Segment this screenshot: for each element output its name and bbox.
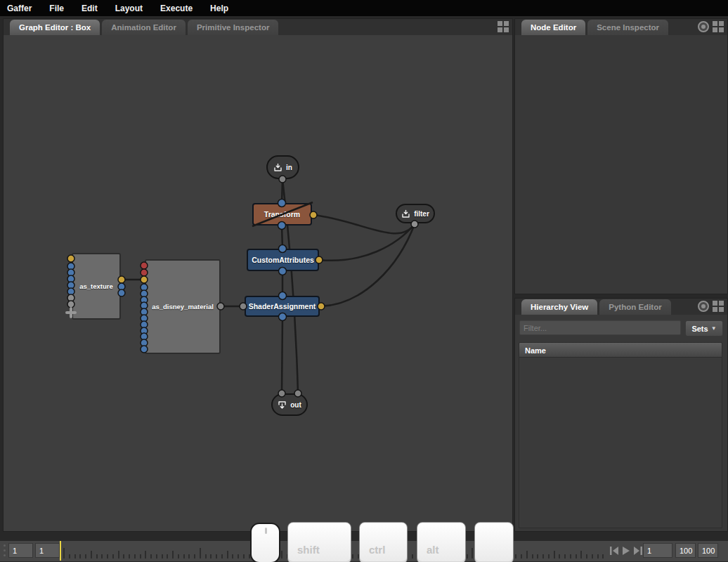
graph-editor-panel: Graph Editor : Box Animation Editor Prim… bbox=[3, 18, 513, 532]
node-custom-attributes[interactable]: CustomAttributes bbox=[247, 249, 319, 271]
node-editor-panel: Node Editor Scene Inspector bbox=[514, 18, 728, 294]
mouse-overlay-icon bbox=[250, 523, 280, 562]
tab-animation-editor[interactable]: Animation Editor bbox=[102, 20, 186, 35]
timeline-grip-handle[interactable] bbox=[4, 544, 6, 556]
skip-to-start-icon[interactable] bbox=[610, 547, 618, 555]
key-label: shift bbox=[297, 544, 320, 556]
edge-filter-shaderassignment[interactable] bbox=[321, 224, 415, 306]
node-label: CustomAttributes bbox=[252, 256, 314, 264]
tab-python-editor[interactable]: Python Editor bbox=[599, 299, 670, 315]
node-shader-assignment[interactable]: ShaderAssignment bbox=[245, 296, 320, 317]
playhead-marker[interactable] bbox=[60, 541, 61, 561]
node-editor-content bbox=[515, 35, 727, 294]
menu-edit[interactable]: Edit bbox=[82, 4, 98, 13]
tab-scene-inspector[interactable]: Scene Inspector bbox=[587, 20, 668, 35]
edge-shaderassignment-out[interactable] bbox=[282, 317, 282, 393]
alt-key-overlay: alt bbox=[417, 522, 466, 562]
pin-target-icon[interactable] bbox=[698, 301, 709, 312]
timeline-start-frame-field[interactable]: 1 bbox=[8, 543, 33, 558]
node-label: as_disney_material bbox=[152, 303, 214, 311]
tab-hierarchy-view[interactable]: Hierarchy View bbox=[521, 299, 597, 315]
menu-help[interactable]: Help bbox=[210, 4, 228, 13]
node-label: out bbox=[290, 401, 301, 409]
sets-dropdown-button[interactable]: Sets ▼ bbox=[685, 320, 723, 336]
arrow-out-of-box-icon bbox=[278, 400, 287, 410]
node-label: ShaderAssignment bbox=[249, 302, 316, 311]
node-as-disney-material[interactable]: as_disney_material bbox=[145, 259, 221, 354]
menu-gaffer[interactable]: Gaffer bbox=[7, 4, 32, 13]
edge-transform-customattributes[interactable] bbox=[282, 226, 282, 249]
blank-key-overlay bbox=[474, 522, 514, 562]
play-icon[interactable] bbox=[623, 547, 630, 555]
menu-layout[interactable]: Layout bbox=[115, 4, 143, 13]
layout-grid-icon[interactable] bbox=[713, 301, 724, 312]
node-label: as_texture bbox=[79, 282, 113, 290]
node-filter[interactable]: filter bbox=[396, 204, 435, 223]
gaffer-window: Gaffer File Edit Layout Execute Help Gra… bbox=[0, 0, 728, 562]
node-label: in bbox=[286, 164, 292, 171]
menu-execute[interactable]: Execute bbox=[160, 4, 193, 13]
hierarchy-filter-row: Sets ▼ bbox=[519, 320, 723, 336]
node-editor-tabstrip: Node Editor Scene Inspector bbox=[515, 19, 727, 35]
arrow-into-box-icon bbox=[273, 163, 282, 172]
menu-file[interactable]: File bbox=[49, 4, 64, 13]
skip-to-end-icon[interactable] bbox=[634, 547, 642, 555]
hierarchy-tabstrip: Hierarchy View Python Editor bbox=[515, 299, 727, 315]
tab-node-editor[interactable]: Node Editor bbox=[521, 20, 585, 35]
layout-grid-icon[interactable] bbox=[713, 21, 724, 32]
node-as-texture[interactable]: as_texture bbox=[72, 253, 121, 320]
tab-primitive-inspector[interactable]: Primitive Inspector bbox=[188, 20, 279, 35]
shift-key-overlay: shift bbox=[287, 522, 351, 562]
frame-number-field[interactable]: 1 bbox=[643, 543, 672, 558]
range-end-field[interactable]: 100 bbox=[698, 543, 718, 558]
tab-graph-editor[interactable]: Graph Editor : Box bbox=[10, 20, 100, 35]
pin-target-icon[interactable] bbox=[698, 21, 709, 32]
hierarchy-list[interactable] bbox=[519, 358, 722, 528]
node-label: Transform bbox=[264, 210, 300, 218]
transport-controls bbox=[610, 546, 644, 556]
sets-label: Sets bbox=[691, 325, 708, 333]
node-box-out[interactable]: out bbox=[271, 393, 308, 416]
node-graph-canvas[interactable]: in Transform filter CustomAttributes Sha… bbox=[4, 35, 512, 531]
ctrl-key-overlay: ctrl bbox=[359, 522, 408, 562]
chevron-down-icon: ▼ bbox=[711, 325, 717, 332]
arrow-into-box-icon bbox=[401, 209, 410, 218]
node-transform[interactable]: Transform bbox=[252, 203, 312, 226]
timeline-current-frame-field[interactable]: 1 bbox=[35, 543, 60, 558]
key-label: alt bbox=[427, 544, 439, 556]
layout-grid-icon[interactable] bbox=[498, 21, 509, 32]
key-label: ctrl bbox=[369, 544, 385, 556]
graph-editor-tabstrip: Graph Editor : Box Animation Editor Prim… bbox=[4, 19, 512, 35]
menu-bar: Gaffer File Edit Layout Execute Help bbox=[0, 0, 728, 16]
edge-filter-customattributes[interactable] bbox=[319, 224, 415, 261]
node-box-in[interactable]: in bbox=[266, 155, 299, 179]
end-frame-field[interactable]: 100 bbox=[675, 543, 696, 558]
filter-input[interactable] bbox=[519, 320, 681, 335]
column-header-name[interactable]: Name bbox=[519, 342, 722, 358]
hierarchy-view-panel: Hierarchy View Python Editor Sets ▼ Name bbox=[514, 298, 728, 532]
mouse-wheel-icon bbox=[265, 528, 267, 534]
node-label: filter bbox=[414, 210, 429, 218]
